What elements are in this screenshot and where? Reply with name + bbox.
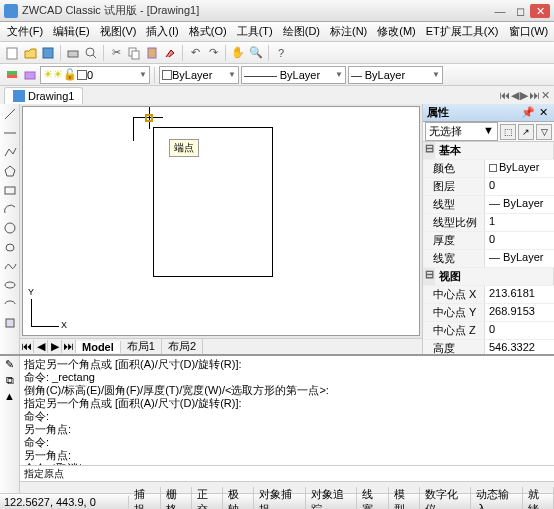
zoom-icon[interactable]: 🔍 (248, 45, 264, 61)
canvas-area: 端点 Y X ⏮ ◀ ▶ ⏭ Model 布局1 布局2 (20, 104, 422, 354)
command-input[interactable]: 指定原点 (20, 465, 554, 481)
prop-group-basic[interactable]: ⊟基本 (423, 142, 554, 160)
maximize-button[interactable]: ◻ (510, 4, 530, 18)
status-coords[interactable]: 122.5627, 443.9, 0 (0, 496, 129, 508)
open-icon[interactable] (22, 45, 38, 61)
layer-prop-icon[interactable] (4, 67, 20, 83)
pan-icon[interactable]: ✋ (230, 45, 246, 61)
revcloud-tool[interactable] (2, 239, 18, 255)
layer-combo[interactable]: ☀☀🔓 0 ▼ (40, 66, 150, 84)
status-tablet[interactable]: 数字化仪 (420, 487, 471, 510)
doc-tab-drawing1[interactable]: Drawing1 (4, 87, 83, 104)
ucs-y-axis (31, 299, 32, 327)
status-snap[interactable]: 捕捉 (129, 487, 160, 510)
prop-cz[interactable]: 0 (485, 322, 554, 339)
tab-nav-close[interactable]: ✕ (541, 89, 550, 102)
menu-dim[interactable]: 标注(N) (325, 22, 372, 41)
circle-tool[interactable] (2, 220, 18, 236)
erase-tool[interactable]: ✎ (5, 358, 14, 371)
prop-thickness[interactable]: 0 (485, 232, 554, 249)
mt-prev[interactable]: ◀ (34, 340, 48, 353)
status-polar[interactable]: 极轴 (223, 487, 254, 510)
lineweight-combo[interactable]: — ByLayer ▼ (348, 66, 443, 84)
linetype-combo[interactable]: ——— ByLayer ▼ (241, 66, 346, 84)
spline-tool[interactable] (2, 258, 18, 274)
tab-nav-next[interactable]: ▶ (520, 89, 528, 102)
status-model[interactable]: 模型 (389, 487, 420, 510)
paste-icon[interactable] (144, 45, 160, 61)
prop-height[interactable]: 546.3322 (485, 340, 554, 354)
status-lwt[interactable]: 线宽 (357, 487, 388, 510)
tab-layout1[interactable]: 布局1 (121, 339, 162, 354)
doc-tab-label: Drawing1 (28, 90, 74, 102)
status-osnap[interactable]: 对象捕捉 (254, 487, 305, 510)
minimize-button[interactable]: — (490, 4, 510, 18)
ellipsearc-tool[interactable] (2, 296, 18, 312)
pline-tool[interactable] (2, 144, 18, 160)
help-icon[interactable]: ? (273, 45, 289, 61)
prop-color[interactable]: ByLayer (485, 160, 554, 177)
prop-lweight[interactable]: — ByLayer (485, 250, 554, 267)
copy-icon[interactable] (126, 45, 142, 61)
redo-icon[interactable]: ↷ (205, 45, 221, 61)
prop-group-view[interactable]: ⊟视图 (423, 268, 554, 286)
polygon-tool[interactable] (2, 163, 18, 179)
command-history[interactable]: 指定另一个角点或 [面积(A)/尺寸(D)/旋转(R)]: 命令: _recta… (20, 356, 554, 465)
prop-pin-icon[interactable]: 📌 (519, 106, 537, 119)
save-icon[interactable] (40, 45, 56, 61)
prop-cy[interactable]: 268.9153 (485, 304, 554, 321)
tab-nav-prev[interactable]: ◀ (511, 89, 519, 102)
prop-quick-icon[interactable]: ⬚ (500, 124, 516, 140)
svg-line-11 (5, 109, 15, 119)
prop-layer[interactable]: 0 (485, 178, 554, 195)
new-icon[interactable] (4, 45, 20, 61)
menu-edit[interactable]: 编辑(E) (48, 22, 95, 41)
prop-cx[interactable]: 213.6181 (485, 286, 554, 303)
status-ortho[interactable]: 正交 (192, 487, 223, 510)
ucs-y-label: Y (28, 287, 34, 297)
menu-view[interactable]: 视图(V) (95, 22, 142, 41)
mt-first[interactable]: ⏮ (20, 340, 34, 353)
close-button[interactable]: ✕ (530, 4, 550, 18)
match-icon[interactable] (162, 45, 178, 61)
menu-insert[interactable]: 插入(I) (141, 22, 183, 41)
color-combo[interactable]: ByLayer ▼ (159, 66, 239, 84)
arc-tool[interactable] (2, 201, 18, 217)
xline-tool[interactable] (2, 125, 18, 141)
menu-format[interactable]: 格式(O) (184, 22, 232, 41)
prop-pick-icon[interactable]: ↗ (518, 124, 534, 140)
status-otrack[interactable]: 对象追踪 (306, 487, 357, 510)
menu-draw[interactable]: 绘图(D) (278, 22, 325, 41)
print-icon[interactable] (65, 45, 81, 61)
prop-object-select[interactable]: 无选择▼ (425, 122, 498, 141)
block-tool[interactable] (2, 315, 18, 331)
status-grid[interactable]: 栅格 (161, 487, 192, 510)
tab-layout2[interactable]: 布局2 (162, 339, 203, 354)
prop-linetype[interactable]: — ByLayer (485, 196, 554, 213)
ellipse-tool[interactable] (2, 277, 18, 293)
prop-ltscale[interactable]: 1 (485, 214, 554, 231)
menu-tools[interactable]: 工具(T) (232, 22, 278, 41)
menu-window[interactable]: 窗口(W) (504, 22, 554, 41)
cut-icon[interactable]: ✂ (108, 45, 124, 61)
rect-tool[interactable] (2, 182, 18, 198)
status-dyn[interactable]: 动态输入 (471, 487, 522, 510)
line-tool[interactable] (2, 106, 18, 122)
tab-model[interactable]: Model (76, 341, 121, 353)
drawing-canvas[interactable]: 端点 Y X (22, 106, 420, 336)
menu-file[interactable]: 文件(F) (2, 22, 48, 41)
copy-tool[interactable]: ⧉ (6, 374, 14, 387)
layer-state-icon[interactable] (22, 67, 38, 83)
svg-rect-14 (5, 187, 15, 194)
mirror-tool[interactable]: ▲ (4, 390, 15, 402)
tab-nav-last[interactable]: ⏭ (529, 89, 540, 102)
mt-next[interactable]: ▶ (48, 340, 62, 353)
tab-nav-first[interactable]: ⏮ (499, 89, 510, 102)
preview-icon[interactable] (83, 45, 99, 61)
undo-icon[interactable]: ↶ (187, 45, 203, 61)
menu-et[interactable]: ET扩展工具(X) (421, 22, 504, 41)
menu-modify[interactable]: 修改(M) (372, 22, 421, 41)
prop-filter-icon[interactable]: ▽ (536, 124, 552, 140)
prop-close-icon[interactable]: ✕ (537, 106, 550, 119)
mt-last[interactable]: ⏭ (62, 340, 76, 353)
